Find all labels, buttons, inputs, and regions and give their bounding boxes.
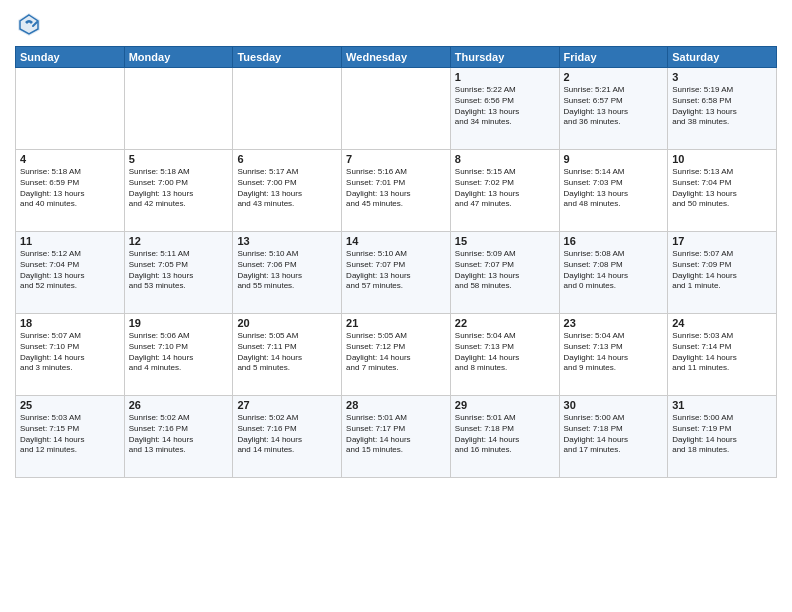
week-row-3: 18Sunrise: 5:07 AM Sunset: 7:10 PM Dayli… — [16, 314, 777, 396]
day-info: Sunrise: 5:09 AM Sunset: 7:07 PM Dayligh… — [455, 249, 555, 292]
day-number: 6 — [237, 153, 337, 165]
day-number: 15 — [455, 235, 555, 247]
day-number: 27 — [237, 399, 337, 411]
day-number: 2 — [564, 71, 664, 83]
day-number: 23 — [564, 317, 664, 329]
header-cell-tuesday: Tuesday — [233, 47, 342, 68]
day-info: Sunrise: 5:18 AM Sunset: 7:00 PM Dayligh… — [129, 167, 229, 210]
day-info: Sunrise: 5:17 AM Sunset: 7:00 PM Dayligh… — [237, 167, 337, 210]
calendar-cell: 4Sunrise: 5:18 AM Sunset: 6:59 PM Daylig… — [16, 150, 125, 232]
calendar-table: SundayMondayTuesdayWednesdayThursdayFrid… — [15, 46, 777, 478]
day-info: Sunrise: 5:01 AM Sunset: 7:18 PM Dayligh… — [455, 413, 555, 456]
day-info: Sunrise: 5:02 AM Sunset: 7:16 PM Dayligh… — [129, 413, 229, 456]
calendar-cell: 6Sunrise: 5:17 AM Sunset: 7:00 PM Daylig… — [233, 150, 342, 232]
calendar-cell: 10Sunrise: 5:13 AM Sunset: 7:04 PM Dayli… — [668, 150, 777, 232]
header-cell-sunday: Sunday — [16, 47, 125, 68]
header-cell-friday: Friday — [559, 47, 668, 68]
day-info: Sunrise: 5:21 AM Sunset: 6:57 PM Dayligh… — [564, 85, 664, 128]
calendar-cell: 16Sunrise: 5:08 AM Sunset: 7:08 PM Dayli… — [559, 232, 668, 314]
calendar-cell: 30Sunrise: 5:00 AM Sunset: 7:18 PM Dayli… — [559, 396, 668, 478]
calendar-cell: 29Sunrise: 5:01 AM Sunset: 7:18 PM Dayli… — [450, 396, 559, 478]
header-cell-saturday: Saturday — [668, 47, 777, 68]
day-info: Sunrise: 5:03 AM Sunset: 7:15 PM Dayligh… — [20, 413, 120, 456]
day-info: Sunrise: 5:10 AM Sunset: 7:06 PM Dayligh… — [237, 249, 337, 292]
day-number: 10 — [672, 153, 772, 165]
day-number: 31 — [672, 399, 772, 411]
calendar-cell: 25Sunrise: 5:03 AM Sunset: 7:15 PM Dayli… — [16, 396, 125, 478]
day-info: Sunrise: 5:08 AM Sunset: 7:08 PM Dayligh… — [564, 249, 664, 292]
day-number: 20 — [237, 317, 337, 329]
calendar-cell: 11Sunrise: 5:12 AM Sunset: 7:04 PM Dayli… — [16, 232, 125, 314]
calendar-cell: 19Sunrise: 5:06 AM Sunset: 7:10 PM Dayli… — [124, 314, 233, 396]
day-info: Sunrise: 5:16 AM Sunset: 7:01 PM Dayligh… — [346, 167, 446, 210]
day-number: 30 — [564, 399, 664, 411]
calendar-cell: 9Sunrise: 5:14 AM Sunset: 7:03 PM Daylig… — [559, 150, 668, 232]
week-row-4: 25Sunrise: 5:03 AM Sunset: 7:15 PM Dayli… — [16, 396, 777, 478]
day-number: 29 — [455, 399, 555, 411]
day-number: 9 — [564, 153, 664, 165]
calendar-cell: 2Sunrise: 5:21 AM Sunset: 6:57 PM Daylig… — [559, 68, 668, 150]
day-info: Sunrise: 5:03 AM Sunset: 7:14 PM Dayligh… — [672, 331, 772, 374]
calendar-cell — [342, 68, 451, 150]
calendar-cell: 7Sunrise: 5:16 AM Sunset: 7:01 PM Daylig… — [342, 150, 451, 232]
calendar-cell: 21Sunrise: 5:05 AM Sunset: 7:12 PM Dayli… — [342, 314, 451, 396]
day-info: Sunrise: 5:10 AM Sunset: 7:07 PM Dayligh… — [346, 249, 446, 292]
day-number: 8 — [455, 153, 555, 165]
week-row-2: 11Sunrise: 5:12 AM Sunset: 7:04 PM Dayli… — [16, 232, 777, 314]
day-info: Sunrise: 5:13 AM Sunset: 7:04 PM Dayligh… — [672, 167, 772, 210]
calendar-cell — [233, 68, 342, 150]
svg-marker-0 — [18, 13, 40, 36]
calendar-cell: 24Sunrise: 5:03 AM Sunset: 7:14 PM Dayli… — [668, 314, 777, 396]
day-info: Sunrise: 5:01 AM Sunset: 7:17 PM Dayligh… — [346, 413, 446, 456]
calendar-cell: 27Sunrise: 5:02 AM Sunset: 7:16 PM Dayli… — [233, 396, 342, 478]
day-number: 4 — [20, 153, 120, 165]
day-info: Sunrise: 5:00 AM Sunset: 7:18 PM Dayligh… — [564, 413, 664, 456]
calendar-cell: 23Sunrise: 5:04 AM Sunset: 7:13 PM Dayli… — [559, 314, 668, 396]
day-info: Sunrise: 5:12 AM Sunset: 7:04 PM Dayligh… — [20, 249, 120, 292]
calendar-cell — [16, 68, 125, 150]
day-info: Sunrise: 5:04 AM Sunset: 7:13 PM Dayligh… — [455, 331, 555, 374]
day-info: Sunrise: 5:00 AM Sunset: 7:19 PM Dayligh… — [672, 413, 772, 456]
calendar-cell: 8Sunrise: 5:15 AM Sunset: 7:02 PM Daylig… — [450, 150, 559, 232]
day-number: 7 — [346, 153, 446, 165]
calendar-cell: 18Sunrise: 5:07 AM Sunset: 7:10 PM Dayli… — [16, 314, 125, 396]
calendar-cell: 28Sunrise: 5:01 AM Sunset: 7:17 PM Dayli… — [342, 396, 451, 478]
calendar-cell: 22Sunrise: 5:04 AM Sunset: 7:13 PM Dayli… — [450, 314, 559, 396]
day-number: 22 — [455, 317, 555, 329]
calendar-cell: 15Sunrise: 5:09 AM Sunset: 7:07 PM Dayli… — [450, 232, 559, 314]
calendar-cell: 14Sunrise: 5:10 AM Sunset: 7:07 PM Dayli… — [342, 232, 451, 314]
day-number: 21 — [346, 317, 446, 329]
day-number: 5 — [129, 153, 229, 165]
calendar-cell: 17Sunrise: 5:07 AM Sunset: 7:09 PM Dayli… — [668, 232, 777, 314]
day-info: Sunrise: 5:07 AM Sunset: 7:09 PM Dayligh… — [672, 249, 772, 292]
day-info: Sunrise: 5:15 AM Sunset: 7:02 PM Dayligh… — [455, 167, 555, 210]
day-number: 12 — [129, 235, 229, 247]
day-info: Sunrise: 5:14 AM Sunset: 7:03 PM Dayligh… — [564, 167, 664, 210]
day-info: Sunrise: 5:04 AM Sunset: 7:13 PM Dayligh… — [564, 331, 664, 374]
header-row: SundayMondayTuesdayWednesdayThursdayFrid… — [16, 47, 777, 68]
calendar-cell: 20Sunrise: 5:05 AM Sunset: 7:11 PM Dayli… — [233, 314, 342, 396]
day-number: 3 — [672, 71, 772, 83]
calendar-cell: 1Sunrise: 5:22 AM Sunset: 6:56 PM Daylig… — [450, 68, 559, 150]
day-info: Sunrise: 5:06 AM Sunset: 7:10 PM Dayligh… — [129, 331, 229, 374]
day-info: Sunrise: 5:02 AM Sunset: 7:16 PM Dayligh… — [237, 413, 337, 456]
calendar-cell: 31Sunrise: 5:00 AM Sunset: 7:19 PM Dayli… — [668, 396, 777, 478]
day-number: 24 — [672, 317, 772, 329]
day-info: Sunrise: 5:05 AM Sunset: 7:12 PM Dayligh… — [346, 331, 446, 374]
day-number: 16 — [564, 235, 664, 247]
calendar-cell: 13Sunrise: 5:10 AM Sunset: 7:06 PM Dayli… — [233, 232, 342, 314]
day-number: 26 — [129, 399, 229, 411]
logo — [15, 10, 47, 38]
calendar-cell: 26Sunrise: 5:02 AM Sunset: 7:16 PM Dayli… — [124, 396, 233, 478]
main-container: SundayMondayTuesdayWednesdayThursdayFrid… — [0, 0, 792, 483]
day-number: 17 — [672, 235, 772, 247]
day-number: 13 — [237, 235, 337, 247]
week-row-1: 4Sunrise: 5:18 AM Sunset: 6:59 PM Daylig… — [16, 150, 777, 232]
day-info: Sunrise: 5:18 AM Sunset: 6:59 PM Dayligh… — [20, 167, 120, 210]
calendar-cell: 3Sunrise: 5:19 AM Sunset: 6:58 PM Daylig… — [668, 68, 777, 150]
calendar-cell: 12Sunrise: 5:11 AM Sunset: 7:05 PM Dayli… — [124, 232, 233, 314]
calendar-cell — [124, 68, 233, 150]
day-info: Sunrise: 5:05 AM Sunset: 7:11 PM Dayligh… — [237, 331, 337, 374]
logo-icon — [15, 10, 43, 38]
header-cell-thursday: Thursday — [450, 47, 559, 68]
